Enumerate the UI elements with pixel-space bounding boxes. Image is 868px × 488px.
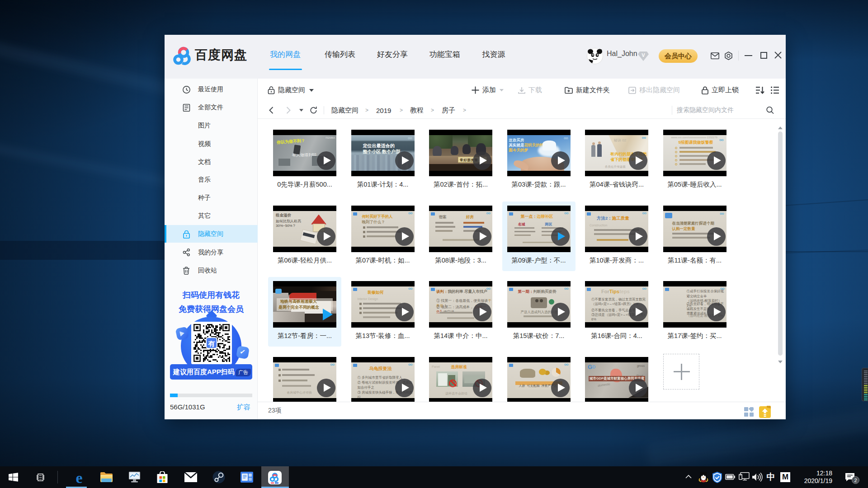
svg-text:V: V — [642, 52, 645, 58]
svg-text:e: e — [75, 471, 82, 484]
